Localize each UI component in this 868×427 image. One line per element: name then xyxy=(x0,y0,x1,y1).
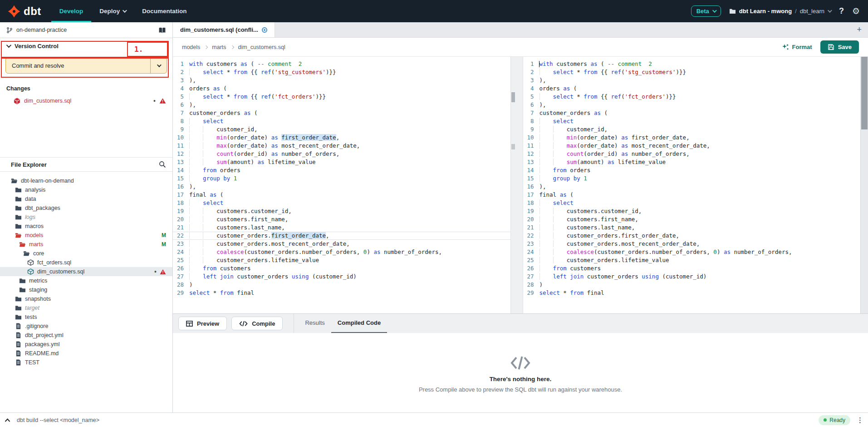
code-line[interactable]: 26 from customers xyxy=(173,264,510,273)
new-tab-button[interactable]: + xyxy=(850,25,868,35)
tree-item-macros[interactable]: macros xyxy=(0,222,172,231)
editor-scrollbar-thumb[interactable] xyxy=(861,57,868,129)
commit-options-caret[interactable] xyxy=(150,58,167,73)
search-icon[interactable] xyxy=(159,161,166,168)
tree-item-core[interactable]: core xyxy=(0,249,172,258)
command-input[interactable]: dbt build --select <model_name> xyxy=(17,417,812,423)
code-line[interactable]: 19 customers.customer_id, xyxy=(173,207,510,215)
tree-item-dbt-learn-on-demand[interactable]: dbt-learn-on-demand xyxy=(0,176,172,185)
code-line[interactable]: 8 select xyxy=(523,117,861,125)
editor-pane-left[interactable]: 1with customers as ( -- comment 22 selec… xyxy=(173,57,510,313)
breadcrumb-item[interactable]: dim_customers.sql xyxy=(238,44,285,50)
breadcrumb-item[interactable]: marts xyxy=(212,44,226,50)
code-line[interactable]: 5 select * from {{ ref('fct_orders')}} xyxy=(173,93,510,101)
tree-item--gitignore[interactable]: .gitignore xyxy=(0,322,172,331)
code-line[interactable]: 10 min(order_date) as first_order_date, xyxy=(523,134,861,142)
code-line[interactable]: 12 count(order_id) as number_of_orders, xyxy=(173,150,510,158)
dbt-logo[interactable]: dbt xyxy=(0,0,51,22)
nav-item-deploy[interactable]: Deploy xyxy=(91,0,134,22)
code-line[interactable]: 25 customer_orders.lifetime_value xyxy=(523,256,861,264)
nav-item-develop[interactable]: Develop xyxy=(51,0,92,22)
left-pane-scrollbar-thumb[interactable] xyxy=(511,92,515,102)
tree-item-logs[interactable]: logs xyxy=(0,213,172,222)
project-selector[interactable]: dbt Learn - mwong / dbt_learn xyxy=(729,8,831,15)
code-line[interactable]: 17final as ( xyxy=(173,191,510,199)
code-line[interactable]: 26 from customers xyxy=(523,264,861,273)
tree-item-dbt-project-yml[interactable]: dbt_project.yml xyxy=(0,331,172,340)
code-line[interactable]: 22 customer_orders.first_order_date, xyxy=(523,232,861,240)
kebab-menu-icon[interactable]: ⋮ xyxy=(857,417,863,423)
code-line[interactable]: 15 group by 1 xyxy=(523,174,861,183)
code-line[interactable]: 6), xyxy=(523,101,861,109)
tree-item-dim-customers-sql[interactable]: dim_customers.sql• xyxy=(0,267,172,276)
code-line[interactable]: 24 coalesce(customer_orders.number_of_or… xyxy=(173,248,510,256)
tree-item-models[interactable]: modelsM xyxy=(0,231,172,240)
chevron-up-icon[interactable] xyxy=(5,418,10,422)
code-line[interactable]: 21 customers.last_name, xyxy=(173,223,510,232)
code-line[interactable]: 9 customer_id, xyxy=(523,125,861,134)
code-line[interactable]: 13 sum(amount) as lifetime_value xyxy=(523,158,861,166)
commit-and-resolve-button[interactable]: Commit and resolve xyxy=(5,57,167,74)
editor-scrollbar[interactable] xyxy=(860,57,868,313)
code-line[interactable]: 27 left join customer_orders using (cust… xyxy=(173,273,510,281)
tree-item-fct-orders-sql[interactable]: fct_orders.sql xyxy=(0,258,172,267)
code-line[interactable]: 20 customers.first_name, xyxy=(523,215,861,223)
code-line[interactable]: 22 customer_orders.first_order_date, xyxy=(173,232,510,240)
nav-item-documentation[interactable]: Documentation xyxy=(134,0,195,22)
tree-item-target[interactable]: target xyxy=(0,303,172,313)
code-line[interactable]: 19 customers.customer_id, xyxy=(523,207,861,215)
code-line[interactable]: 5 select * from {{ ref('fct_orders')}} xyxy=(523,93,861,101)
code-line[interactable]: 18 select xyxy=(173,199,510,207)
editor-tab-dim-customers[interactable]: dim_customers.sql (confli... xyxy=(173,22,275,37)
code-line[interactable]: 16), xyxy=(523,183,861,191)
code-line[interactable]: 29select * from final xyxy=(523,289,861,297)
editor-split-gutter[interactable] xyxy=(510,57,523,313)
docs-book-icon[interactable] xyxy=(158,27,166,34)
code-line[interactable]: 24 coalesce(customer_orders.number_of_or… xyxy=(523,248,861,256)
compile-button[interactable]: Compile xyxy=(231,317,283,330)
code-line[interactable]: 21 customers.last_name, xyxy=(523,223,861,232)
code-line[interactable]: 12 count(order_id) as number_of_orders, xyxy=(523,150,861,158)
unsaved-changes-icon[interactable] xyxy=(262,27,267,33)
code-line[interactable]: 16), xyxy=(173,183,510,191)
tree-item-packages-yml[interactable]: packages.yml xyxy=(0,340,172,349)
tree-item-readme-md[interactable]: README.md xyxy=(0,349,172,358)
tree-item-snapshots[interactable]: snapshots xyxy=(0,294,172,303)
tree-item-staging[interactable]: staging xyxy=(0,285,172,294)
code-line[interactable]: 18 select xyxy=(523,199,861,207)
code-line[interactable]: 2 select * from {{ ref('stg_customers')}… xyxy=(173,68,510,76)
code-line[interactable]: 29select * from final xyxy=(173,289,510,297)
tree-item-dbt-packages[interactable]: dbt_packages xyxy=(0,204,172,213)
code-line[interactable]: 7customer_orders as ( xyxy=(523,109,861,117)
settings-gear-icon[interactable]: ⚙ xyxy=(852,6,860,16)
code-line[interactable]: 6), xyxy=(173,101,510,109)
breadcrumb-item[interactable]: models xyxy=(182,44,200,50)
changed-file-dim-customers[interactable]: dim_customers.sql • xyxy=(0,95,172,106)
code-line[interactable]: 14 from orders xyxy=(173,166,510,174)
code-line[interactable]: 23 customer_orders.most_recent_order_dat… xyxy=(173,240,510,248)
tree-item-tests[interactable]: tests xyxy=(0,313,172,322)
file-explorer-header[interactable]: File Explorer xyxy=(0,157,172,172)
code-line[interactable]: 23 customer_orders.most_recent_order_dat… xyxy=(523,240,861,248)
code-line[interactable]: 11 max(order_date) as most_recent_order_… xyxy=(173,142,510,150)
code-line[interactable]: 10 min(order_date) as first_order_date, xyxy=(173,134,510,142)
tree-item-metrics[interactable]: metrics xyxy=(0,276,172,285)
code-line[interactable]: 25 customer_orders.lifetime_value xyxy=(173,256,510,264)
format-button[interactable]: Format xyxy=(782,44,812,51)
code-line[interactable]: 17final as ( xyxy=(523,191,861,199)
code-line[interactable]: 4orders as ( xyxy=(173,84,510,93)
code-line[interactable]: 20 customers.first_name, xyxy=(173,215,510,223)
git-branch-row[interactable]: on-demand-practice xyxy=(0,22,172,38)
panel-tab-compiled-code[interactable]: Compiled Code xyxy=(331,314,387,333)
save-button[interactable]: Save xyxy=(820,40,859,54)
commit-button-label[interactable]: Commit and resolve xyxy=(6,58,150,73)
code-line[interactable]: 14 from orders xyxy=(523,166,861,174)
code-line[interactable]: 15 group by 1 xyxy=(173,174,510,183)
code-line[interactable]: 3), xyxy=(173,76,510,84)
editor-pane-right[interactable]: 1with customers as ( -- comment 22 selec… xyxy=(523,57,861,313)
tree-item-analysis[interactable]: analysis xyxy=(0,185,172,194)
tree-item-marts[interactable]: martsM xyxy=(0,240,172,249)
tree-item-test[interactable]: TEST xyxy=(0,358,172,367)
panel-tab-results[interactable]: Results xyxy=(299,314,331,333)
tree-item-data[interactable]: data xyxy=(0,194,172,204)
